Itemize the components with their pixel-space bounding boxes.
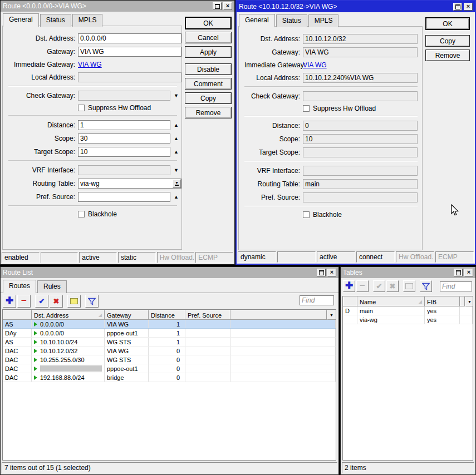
chevron-down-icon[interactable]: ▼ (174, 93, 179, 98)
enable-button[interactable]: ✔ (373, 280, 385, 292)
blackhole-checkbox[interactable] (303, 211, 310, 218)
remove-button[interactable]: Remove (185, 107, 232, 118)
routing-table-dropdown-button[interactable]: ▼ (173, 179, 181, 188)
add-button[interactable]: ✚ (3, 295, 16, 308)
find-input[interactable] (300, 295, 334, 305)
column-picker-button[interactable]: ▼ (327, 310, 336, 320)
suppress-hw-offload-checkbox[interactable] (78, 105, 85, 111)
maximize-icon (319, 270, 324, 275)
tab-general[interactable]: General (3, 13, 39, 27)
sort-asc-icon: ◢ (99, 313, 102, 318)
apply-button[interactable]: Apply (185, 46, 232, 58)
filter-button[interactable] (420, 280, 432, 292)
dst-address-column-header[interactable]: Dst. Address◢ (32, 310, 105, 320)
maximize-button[interactable] (317, 269, 326, 276)
maximize-button[interactable] (213, 2, 222, 10)
column-picker-button[interactable]: ▼ (465, 296, 473, 306)
routing-table-input[interactable] (78, 179, 181, 189)
blackhole-checkbox[interactable] (78, 211, 85, 217)
table-row[interactable]: D main yes (343, 306, 473, 315)
ok-button[interactable]: OK (185, 17, 232, 29)
tab-general[interactable]: General (239, 14, 275, 27)
titlebar[interactable]: Route List × (1, 267, 338, 278)
name-column-header[interactable]: Name◢ (357, 296, 425, 306)
distance-column-header[interactable]: Distance (149, 310, 185, 320)
titlebar[interactable]: Route <10.10.12.0/32->VIA WG> × (237, 1, 475, 12)
table-row[interactable]: DAy 0.0.0.0/0 pppoe-out1 1 (3, 329, 336, 338)
up-arrow-icon[interactable]: ▲ (174, 195, 179, 200)
tab-status[interactable]: Status (40, 14, 71, 27)
status-active: active (317, 251, 355, 263)
distance-input[interactable] (78, 120, 170, 130)
comment-button[interactable] (403, 280, 415, 292)
separator (8, 86, 177, 87)
status-blank (277, 251, 316, 263)
route-list-window: Route List × Routes Rules ✚ − ✔ ✖ Dst. A… (0, 266, 339, 475)
disable-button[interactable]: ✖ (50, 295, 63, 308)
dst-address-input[interactable] (78, 33, 181, 43)
table-row[interactable]: DAC pppoe-out1 0 (3, 364, 336, 373)
close-button[interactable]: × (223, 2, 232, 10)
close-button[interactable]: × (464, 269, 473, 276)
tab-mpls[interactable]: MPLS (72, 14, 103, 27)
status-dynamic: dynamic (238, 251, 276, 263)
disable-button[interactable]: Disable (185, 63, 232, 75)
immediate-gateway-link[interactable]: VIA WG (78, 61, 102, 68)
gateway-input[interactable] (78, 47, 181, 57)
flags-column-header[interactable] (343, 296, 357, 306)
close-button[interactable]: × (464, 3, 473, 11)
maximize-button[interactable] (454, 269, 463, 276)
enable-button[interactable]: ✔ (35, 295, 48, 308)
suppress-hw-offload-checkbox[interactable] (303, 105, 310, 112)
target-scope-input[interactable] (78, 147, 170, 157)
titlebar[interactable]: Route <0.0.0.0/0->VIA WG> × (1, 1, 234, 12)
table-row[interactable]: via-wg yes (343, 315, 473, 324)
maximize-button[interactable] (453, 3, 462, 11)
tab-mpls[interactable]: MPLS (308, 14, 339, 27)
copy-button[interactable]: Copy (185, 92, 232, 104)
add-button[interactable]: ✚ (343, 280, 355, 292)
status-hw-offload: Hw Offload... (157, 252, 195, 263)
flags-column-header[interactable] (3, 310, 32, 320)
active-route-icon (34, 349, 37, 353)
tab-rules[interactable]: Rules (37, 280, 67, 293)
remove-item-button[interactable]: − (17, 295, 31, 308)
fib-column-header[interactable]: FIB (425, 296, 460, 306)
table-row[interactable]: AS 10.10.10.0/24 WG STS 1 (3, 338, 336, 347)
table-row[interactable]: DAC 192.168.88.0/24 bridge 0 (3, 373, 336, 382)
tab-status[interactable]: Status (276, 14, 307, 27)
pref-source-input[interactable] (78, 192, 170, 202)
scope-input[interactable] (78, 133, 170, 144)
route-dialog-dynamic: Route <10.10.12.0/32->VIA WG> × General … (235, 0, 476, 265)
scope-label: Scope: (244, 135, 303, 143)
titlebar[interactable]: Tables × (341, 267, 475, 278)
table-row[interactable]: DAC 10.255.255.0/30 WG STS 0 (3, 355, 336, 364)
cancel-button[interactable]: Cancel (185, 32, 232, 43)
up-arrow-icon[interactable]: ▲ (174, 136, 179, 141)
comment-icon (405, 283, 413, 289)
comment-button[interactable] (67, 295, 81, 308)
immediate-gateway-link[interactable]: VIA WG (303, 61, 327, 69)
gateway-column-header[interactable]: Gateway (105, 310, 149, 320)
remove-button[interactable]: Remove (425, 50, 470, 61)
table-row[interactable]: AS 0.0.0.0/0 VIA WG 1 (3, 320, 336, 329)
find-input[interactable] (440, 281, 472, 291)
disable-button[interactable]: ✖ (386, 280, 399, 292)
gateway-label: Gateway: (8, 48, 78, 56)
vrf-interface-label: VRF Interface: (8, 166, 78, 174)
pref-source-column-header[interactable]: Pref. Source (185, 310, 230, 320)
chevron-down-icon[interactable]: ▼ (174, 168, 179, 173)
table-row[interactable]: DAC 10.10.12.0/32 VIA WG 0 (3, 347, 336, 355)
up-arrow-icon[interactable]: ▲ (174, 123, 179, 128)
check-icon: ✔ (376, 283, 382, 290)
copy-button[interactable]: Copy (425, 35, 470, 47)
remove-item-button[interactable]: − (356, 280, 369, 292)
ok-button[interactable]: OK (425, 17, 470, 30)
close-button[interactable]: × (327, 269, 336, 276)
routing-table-input (303, 179, 418, 189)
tab-routes[interactable]: Routes (3, 280, 36, 293)
local-address-label: Local Address: (8, 73, 78, 81)
filter-button[interactable] (85, 295, 99, 308)
up-arrow-icon[interactable]: ▲ (174, 150, 179, 155)
comment-button[interactable]: Comment (185, 78, 232, 90)
